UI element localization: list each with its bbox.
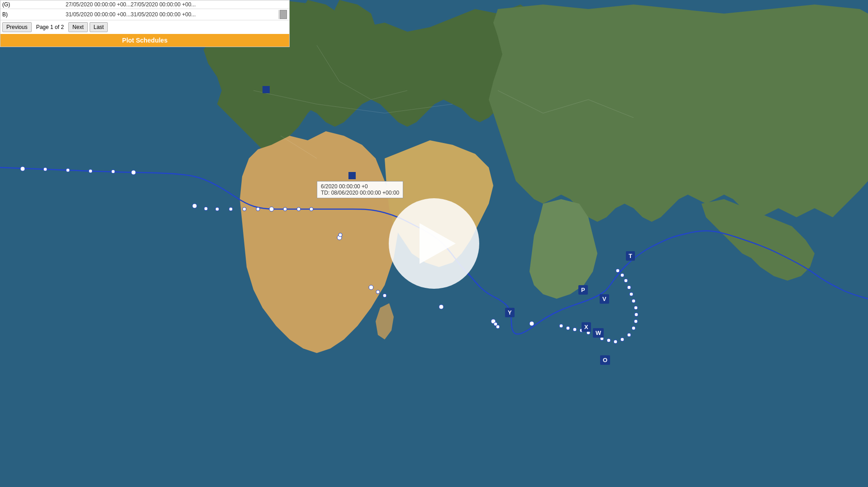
last-button[interactable]: Last xyxy=(90,22,108,32)
data-table: (G) 27/05/2020 00:00:00 +00...27/05/2020… xyxy=(0,0,289,20)
tooltip-line1: 6/2020 00:00:00 +0 xyxy=(321,183,399,190)
next-button[interactable]: Next xyxy=(68,22,88,32)
table-row: (G) 27/05/2020 00:00:00 +00...27/05/2020… xyxy=(0,0,289,9)
row-key-2: B) xyxy=(2,11,66,18)
page-label: Page 1 of 2 xyxy=(33,24,67,30)
row-value-2: 31/05/2020 00:00:00 +00...31/05/2020 00:… xyxy=(66,11,278,18)
top-panel: (G) 27/05/2020 00:00:00 +00...27/05/2020… xyxy=(0,0,290,47)
table-row: B) 31/05/2020 00:00:00 +00...31/05/2020 … xyxy=(0,9,289,20)
scrollbar-2[interactable] xyxy=(278,10,287,19)
pagination-row: Previous Page 1 of 2 Next Last xyxy=(0,20,289,34)
waypoint-X[interactable]: X xyxy=(582,322,591,332)
play-icon xyxy=(420,223,456,264)
waypoint-W[interactable]: W xyxy=(593,328,604,338)
previous-button[interactable]: Previous xyxy=(2,22,32,32)
waypoint-O[interactable]: O xyxy=(600,355,610,365)
waypoint-T[interactable]: T xyxy=(626,251,635,261)
plot-schedules-button[interactable]: Plot Schedules xyxy=(0,34,289,47)
tooltip-line2: TD: 08/06/2020 00:00:00 +00:00 xyxy=(321,190,399,196)
play-button[interactable] xyxy=(389,198,479,289)
waypoint-Y[interactable]: Y xyxy=(505,308,515,317)
row-value-1: 27/05/2020 00:00:00 +00...27/05/2020 00:… xyxy=(66,1,278,8)
play-circle xyxy=(389,198,479,289)
waypoint-P[interactable]: P xyxy=(578,285,588,295)
waypoint-V[interactable]: V xyxy=(600,294,609,304)
row-key-1: (G) xyxy=(2,1,66,8)
tooltip: 6/2020 00:00:00 +0 TD: 08/06/2020 00:00:… xyxy=(317,181,403,198)
